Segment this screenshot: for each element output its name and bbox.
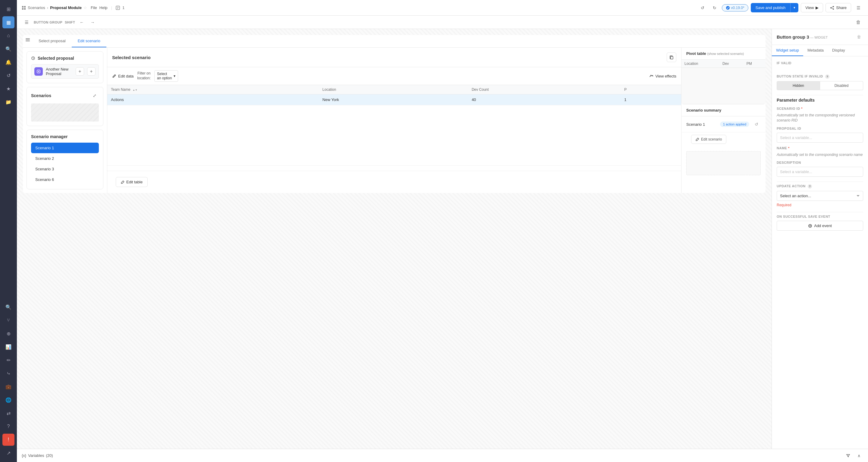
data-toolbar: Edit data Filter onlocation: Selectan op… [107,67,681,85]
pivot-header: Pivot table (show selected scenario) [681,48,766,60]
view-effects-button[interactable]: View effects [649,74,676,79]
sidebar-icon-star[interactable]: ★ [2,83,14,95]
sidebar-icon-search2[interactable]: 🔍 [2,301,14,313]
sidebar-icon-shuffle[interactable]: ⇄ [2,407,14,419]
summary-item: Scenario 1 1 action applied ↺ [681,116,766,133]
file-menu[interactable]: File [91,5,97,10]
star-icon[interactable]: ☆ [84,5,87,10]
sidebar-icon-branch[interactable]: ⑂ [2,314,14,326]
filter-icon-button[interactable] [844,452,852,460]
svg-rect-0 [22,6,24,7]
sidebar-icon-globe[interactable]: 🌐 [2,394,14,406]
update-action-help-icon[interactable]: ? [808,184,812,189]
variables-button[interactable]: {x} Variables (20) [22,453,53,458]
summary-edit-footer: Edit scenario [681,133,766,149]
widget-list-icon[interactable] [23,35,33,45]
svg-rect-14 [671,56,673,59]
refresh-button[interactable]: ↺ [752,120,761,128]
sidebar-icon-bell[interactable]: 🔔 [2,56,14,68]
tab-display[interactable]: Display [828,45,849,56]
table-row-empty [107,105,681,166]
scenarios-area [31,104,99,121]
help-icon[interactable]: ? [825,75,830,79]
sidebar-icon-funnel[interactable]: ⊕ [2,327,14,340]
expand-scenarios-button[interactable]: ⤢ [90,91,99,100]
tab-metadata[interactable]: Metadata [803,45,828,56]
proposal-id-input[interactable] [777,133,863,143]
hidden-option[interactable]: Hidden [777,81,820,90]
edit-data-button[interactable]: Edit data [112,74,133,79]
undo-button[interactable]: ↺ [698,3,707,13]
add-button-2[interactable]: + [87,67,96,76]
version-badge[interactable]: v0.19.0* [722,4,748,11]
menu-button[interactable]: ☰ [854,3,863,13]
update-action-label: UPDATE ACTION ? [777,184,863,189]
sidebar-icon-pencil[interactable]: ✏ [2,354,14,366]
tab-widget-setup[interactable]: Widget setup [772,45,803,56]
delete-button[interactable]: 🗑 [854,18,863,27]
scenario-id-desc: Automatically set to the corresponding v… [777,113,863,123]
update-action-section: UPDATE ACTION ? Select an action... Requ… [777,184,863,207]
sort-icon[interactable]: ▲▼ [133,89,137,91]
scenario-list: Scenario 1Scenario 2Scenario 3Scenario 6 [31,143,99,185]
file-help-area: File Help | 1 [91,5,124,10]
sidebar-icon-home[interactable]: ⌂ [2,30,14,41]
proposal-item: Another New Proposal + + [31,64,99,79]
collapse-button[interactable]: ∧ [855,452,863,460]
button-state-label: BUTTON STATE IF INVALID ? [777,75,863,79]
top-bar: Scenarios › Proposal Module ☆ File Help … [17,0,868,16]
widget-card: Select proposal Edit scenario [23,35,766,193]
summary-header: Scenario summary [681,104,766,116]
save-publish-button[interactable]: Save and publish ▾ [751,3,799,12]
proposal-icon [34,67,43,76]
edit-table-button[interactable]: Edit table [116,177,148,187]
tab-select-proposal[interactable]: Select proposal [33,35,72,47]
parameter-defaults-section: Parameter defaults SCENARIO ID Automatic… [777,98,863,177]
description-input[interactable] [777,167,863,177]
sidebar-icon-grid[interactable]: ⊞ [2,3,14,15]
variables-count: (20) [46,453,53,458]
breadcrumb-parent[interactable]: Scenarios [28,5,45,10]
redo-button[interactable]: ↻ [710,3,719,13]
sidebar-icon-alert[interactable]: ! [2,434,14,446]
sidebar-toggle-button[interactable]: ☰ [22,18,31,27]
filter-location-button[interactable]: Filter onlocation: [137,71,151,81]
selected-proposal-card: Selected proposal Another New Proposal + [27,51,103,83]
sidebar-icon-folder[interactable]: 📁 [2,96,14,108]
tab-edit-scenario[interactable]: Edit scenario [72,35,106,47]
sidebar-icon-arrow[interactable]: ↗ [2,447,14,459]
sidebar-icon-chart[interactable]: 📊 [2,341,14,353]
sidebar-icon-search[interactable]: 🔍 [2,43,14,55]
selected-proposal-title: Selected proposal [31,56,99,61]
scenario-manager-card: Scenario manager Scenario 1Scenario 2Sce… [27,130,103,190]
scenario-item-4[interactable]: Scenario 6 [31,174,99,185]
editor-and-panel: Select proposal Edit scenario [17,29,868,449]
scenario-item-1[interactable]: Scenario 1 [31,143,99,153]
proposal-id-field: PROPOSAL ID [777,127,863,143]
curly-icon: {x} [22,453,26,458]
add-event-button[interactable]: Add event [777,221,863,231]
sidebar-icon-history[interactable]: ↺ [2,69,14,81]
help-menu[interactable]: Help [99,5,107,10]
scenarios-title: Scenarios [31,93,51,98]
disabled-option[interactable]: Disabled [820,81,863,90]
required-text: Required [777,203,792,207]
select-option-dropdown[interactable]: Selectan option ▾ [154,70,178,82]
scenario-item-3[interactable]: Scenario 3 [31,164,99,174]
nav-prev-button[interactable]: ← [78,18,86,27]
scenario-item-2[interactable]: Scenario 2 [31,153,99,164]
bottom-bar: {x} Variables (20) ∧ [17,449,868,462]
copy-button[interactable] [667,53,676,62]
nav-next-button[interactable]: → [88,18,97,27]
sidebar-icon-flow[interactable]: ⤷ [2,367,14,379]
panel-trash-button[interactable]: 🗑 [855,33,863,41]
sidebar-icon-layout[interactable]: ▦ [2,16,14,28]
share-button[interactable]: Share [826,3,851,12]
sidebar-icon-briefcase[interactable]: 💼 [2,381,14,393]
sidebar-icon-help[interactable]: ? [2,421,14,432]
add-button-1[interactable]: + [76,67,84,76]
svg-point-6 [833,6,834,7]
view-button[interactable]: View ▶ [801,3,823,12]
edit-scenario-button[interactable]: Edit scenario [691,135,726,144]
update-action-select[interactable]: Select an action... [777,191,863,201]
